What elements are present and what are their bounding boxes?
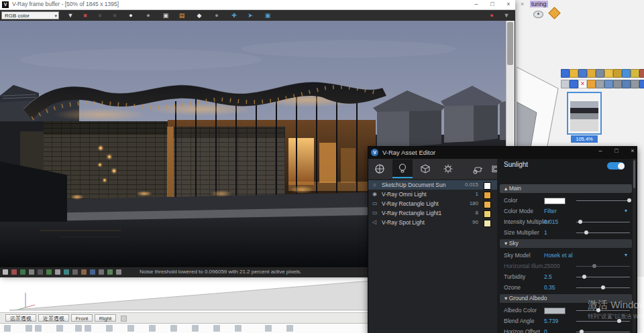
toolbar-options-icon[interactable]: ▼ [500, 11, 513, 19]
alpha-channel-icon[interactable]: ● [125, 11, 137, 19]
monochrome-icon[interactable]: ● [142, 11, 154, 19]
light-color-swatch[interactable] [484, 201, 491, 208]
close-icon[interactable]: × [521, 1, 524, 7]
channel-select[interactable]: RGB color ▾ [1, 11, 59, 19]
chevron-down-icon[interactable]: ▾ [625, 206, 627, 216]
section-main[interactable]: ▴ Main [500, 184, 632, 193]
status-icon[interactable] [64, 269, 69, 275]
channels-menu-icon[interactable]: ▼ [64, 11, 76, 19]
maximize-button[interactable]: □ [610, 147, 623, 155]
light-color-swatch[interactable] [484, 220, 491, 227]
light-color-swatch[interactable] [484, 210, 491, 218]
toolbar-icon[interactable] [170, 325, 177, 332]
chevron-down-icon[interactable]: ▾ [625, 250, 627, 261]
toolbar-icon[interactable] [192, 325, 199, 332]
tray-icon[interactable] [604, 69, 613, 78]
save-icon[interactable] [561, 80, 570, 88]
compare-images-icon[interactable]: ✚ [228, 11, 240, 19]
properties-scrollbar[interactable] [633, 159, 636, 333]
toolbar-icon[interactable] [75, 325, 82, 332]
tray-icon[interactable] [631, 80, 639, 88]
minimize-button[interactable]: – [594, 147, 607, 155]
tab-materials[interactable] [370, 159, 390, 178]
status-icon[interactable] [20, 269, 25, 275]
clear-image-icon[interactable]: ◆ [193, 11, 205, 19]
list-item-light[interactable]: ▭ V-Ray Rectangle Light 180 [368, 199, 497, 208]
value-field[interactable]: 0.015 [544, 216, 558, 227]
tab-lights[interactable] [392, 159, 413, 178]
toolbar-icon[interactable] [127, 325, 134, 332]
delete-icon[interactable]: ✕ [578, 80, 587, 88]
status-icon[interactable] [72, 269, 78, 275]
tray-icon[interactable] [604, 80, 613, 88]
toolbar-icon[interactable] [25, 325, 32, 332]
toolbar-icon[interactable] [35, 325, 42, 332]
tab-scene-right[interactable]: Right [95, 314, 116, 322]
stop-render-icon[interactable]: ● [486, 11, 498, 19]
tray-icon[interactable] [613, 80, 622, 88]
section-sky[interactable]: ▾ Sky [500, 239, 632, 248]
save-image-icon[interactable]: ▣ [160, 11, 172, 19]
value-field[interactable]: 1 [544, 227, 547, 238]
tray-icon[interactable] [622, 69, 631, 78]
brush-icon[interactable] [570, 80, 578, 88]
tab-settings[interactable] [438, 159, 458, 178]
tray-icon[interactable] [613, 69, 622, 78]
intensity-slider[interactable] [576, 222, 630, 223]
toolbar-icon[interactable] [286, 325, 293, 332]
color-slider[interactable] [576, 200, 630, 202]
asset-editor-title-bar[interactable]: V V-Ray Asset Editor – □ × [368, 147, 637, 159]
eye-icon[interactable] [533, 11, 543, 18]
section-ground-albedo[interactable]: ▾ Ground Albedo [500, 294, 632, 303]
tray-icon[interactable] [639, 69, 644, 78]
status-icon[interactable] [116, 269, 121, 275]
status-icon[interactable] [90, 269, 95, 275]
dropdown-value[interactable]: Filter [544, 206, 557, 216]
blue-channel-icon[interactable]: ■ [109, 11, 121, 19]
status-icon[interactable] [3, 269, 8, 275]
color-swatch[interactable] [544, 198, 566, 204]
track-mouse-icon[interactable]: ➤ [244, 11, 256, 19]
value-field[interactable]: 0 [544, 326, 547, 333]
vfb-title-bar[interactable]: V V-Ray frame buffer - [50% of 1845 x 13… [0, 0, 515, 10]
region-render-icon[interactable]: ▣ [262, 11, 274, 19]
list-item-light[interactable]: ◁ V-Ray Spot Light 90 [368, 218, 497, 227]
minimize-button[interactable]: – [470, 0, 483, 9]
dropdown-value[interactable]: Hosek et al [544, 250, 573, 261]
tab-scene-front[interactable]: Front [71, 314, 93, 322]
albedo-slider[interactable] [576, 310, 630, 312]
close-button[interactable]: × [502, 0, 515, 9]
list-item-light[interactable]: ☼ SketchUp Document Sun 0.015 [368, 180, 497, 190]
toolbar-icon[interactable] [106, 325, 113, 332]
render-button[interactable] [468, 159, 488, 178]
toolbar-icon[interactable] [4, 325, 11, 332]
value-field[interactable]: 5.739 [544, 316, 558, 326]
toolbar-icon[interactable] [265, 325, 272, 332]
status-icon[interactable] [38, 269, 43, 275]
ozone-slider[interactable] [576, 287, 630, 289]
status-icon[interactable] [11, 269, 17, 275]
toolbar-icon[interactable] [213, 325, 220, 332]
tab-geometry[interactable] [415, 159, 435, 178]
blend-angle-slider[interactable] [576, 321, 630, 322]
size-slider[interactable] [576, 232, 630, 234]
turbidity-slider[interactable] [576, 277, 630, 278]
render-history-thumbnail[interactable] [567, 92, 602, 135]
tray-icon[interactable] [578, 69, 587, 78]
close-button[interactable]: × [626, 147, 639, 155]
status-icon[interactable] [55, 269, 60, 275]
toolbar-icon[interactable] [149, 325, 156, 332]
tray-icon[interactable] [561, 69, 570, 78]
status-icon[interactable] [29, 269, 34, 275]
tray-icon[interactable] [587, 69, 596, 78]
status-icon[interactable] [99, 269, 104, 275]
value-field[interactable]: 0.35 [544, 282, 555, 293]
status-icon[interactable] [81, 269, 87, 275]
toolbar-icon[interactable] [85, 325, 91, 332]
tray-icon[interactable] [596, 80, 604, 88]
tray-icon[interactable] [596, 69, 604, 78]
tab-scene-1[interactable]: 远景透视 [5, 314, 36, 322]
tray-icon[interactable] [631, 69, 639, 78]
tab-scene-2[interactable]: 近景透视 [38, 314, 69, 322]
toolbar-icon[interactable] [235, 325, 241, 332]
